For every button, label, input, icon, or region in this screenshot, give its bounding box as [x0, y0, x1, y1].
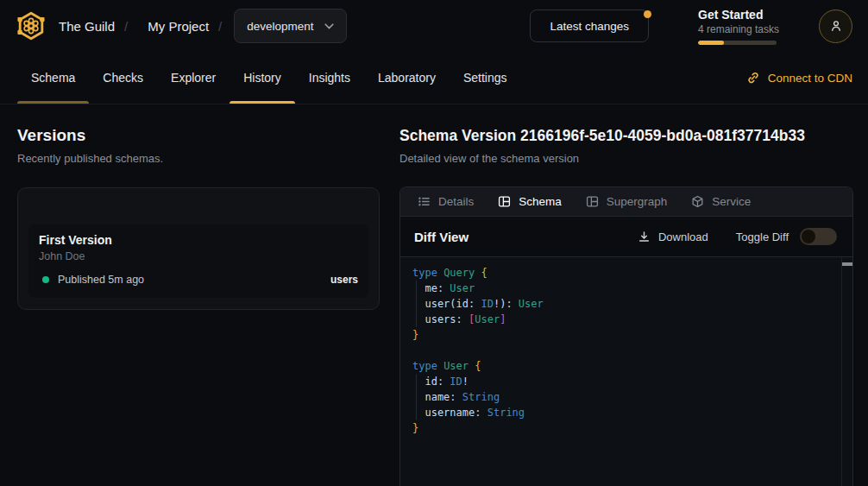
- get-started-widget[interactable]: Get Started 4 remaining tasks: [698, 8, 777, 45]
- version-service-badge: users: [330, 274, 358, 286]
- hive-logo-icon[interactable]: [14, 9, 48, 43]
- list-icon: [418, 195, 431, 208]
- get-started-progress-fill: [698, 41, 724, 45]
- primary-nav-tabs: SchemaChecksExplorerHistoryInsightsLabor…: [17, 52, 521, 104]
- diff-view-title: Diff View: [414, 230, 469, 244]
- version-meta-row: Published 5m agousers: [39, 274, 358, 286]
- schema-version-subtitle: Detailed view of the schema version: [399, 152, 853, 165]
- notification-dot: [644, 10, 651, 18]
- tab-settings[interactable]: Settings: [450, 52, 521, 104]
- main-content: Versions Recently published schemas. Fir…: [0, 104, 868, 486]
- primary-navbar: SchemaChecksExplorerHistoryInsightsLabor…: [0, 52, 868, 104]
- schema-code-viewer[interactable]: type Query { me: User user(id: ID!): Use…: [400, 257, 852, 486]
- download-icon: [638, 230, 651, 243]
- detail-tab-schema[interactable]: Schema: [498, 195, 562, 208]
- connect-to-cdn-button[interactable]: Connect to CDN: [746, 71, 852, 85]
- toggle-diff-switch[interactable]: [800, 228, 837, 245]
- versions-list: First VersionJohn DoePublished 5m agouse…: [28, 224, 368, 298]
- detail-tab-service[interactable]: Service: [691, 195, 751, 208]
- detail-tab-supergraph[interactable]: Supergraph: [586, 195, 668, 208]
- code-line: }: [412, 420, 830, 436]
- columns-icon: [498, 195, 511, 208]
- version-status: Published 5m ago: [58, 274, 144, 286]
- breadcrumb-separator: /: [124, 19, 128, 34]
- versions-title: Versions: [17, 126, 380, 145]
- version-author: John Doe: [39, 250, 358, 262]
- versions-subtitle: Recently published schemas.: [17, 152, 380, 165]
- code-line: username: String: [412, 405, 830, 420]
- target-selector-value: development: [247, 20, 313, 33]
- get-started-subtitle: 4 remaining tasks: [698, 23, 777, 35]
- tab-checks[interactable]: Checks: [89, 52, 157, 104]
- version-card[interactable]: First VersionJohn DoePublished 5m agouse…: [28, 224, 368, 298]
- download-label: Download: [658, 230, 708, 243]
- connect-to-cdn-label: Connect to CDN: [768, 72, 852, 85]
- versions-list-card: First VersionJohn DoePublished 5m agouse…: [17, 187, 380, 310]
- tab-insights[interactable]: Insights: [295, 52, 364, 104]
- published-status-dot: [42, 276, 49, 283]
- code-line: me: User: [412, 281, 830, 296]
- toggle-diff-label: Toggle Diff: [736, 230, 789, 243]
- breadcrumb-separator: /: [218, 19, 222, 34]
- graphql-sdl-code: type Query { me: User user(id: ID!): Use…: [400, 257, 852, 444]
- versions-panel: Versions Recently published schemas. Fir…: [17, 126, 380, 486]
- link-icon: [746, 71, 760, 85]
- breadcrumb-org[interactable]: The Guild: [59, 19, 115, 34]
- detail-tabstrip: DetailsSchemaSupergraphService: [400, 187, 852, 217]
- diff-toolbar: Diff View Download Toggle Diff: [400, 217, 852, 257]
- detail-tab-label: Schema: [519, 195, 562, 208]
- tab-active-indicator: [17, 101, 89, 104]
- tab-explorer[interactable]: Explorer: [157, 52, 230, 104]
- code-line: }: [412, 327, 830, 343]
- indent-guide: [416, 281, 417, 327]
- version-name: First Version: [39, 233, 358, 247]
- code-line: user(id: ID!): User: [412, 296, 830, 312]
- code-line: users: [User]: [412, 312, 830, 327]
- tab-active-indicator: [230, 101, 295, 104]
- get-started-progress-bar: [698, 41, 777, 45]
- target-selector-dropdown[interactable]: development: [234, 9, 346, 43]
- code-scrollbar[interactable]: [841, 257, 852, 486]
- code-line: type User {: [412, 358, 830, 374]
- breadcrumb-project[interactable]: My Project: [148, 19, 209, 34]
- switch-knob: [802, 230, 815, 243]
- user-avatar[interactable]: [819, 9, 852, 43]
- indent-guide: [416, 374, 417, 420]
- schema-detail-card: DetailsSchemaSupergraphService Diff View…: [399, 186, 853, 486]
- latest-changes-button[interactable]: Latest changes: [530, 9, 649, 42]
- detail-tab-label: Supergraph: [607, 195, 668, 208]
- code-line: name: String: [412, 389, 830, 405]
- code-line: [412, 343, 830, 358]
- chevron-down-icon: [324, 23, 334, 29]
- code-line: id: ID!: [412, 374, 830, 389]
- app-header: The Guild / My Project / development Lat…: [0, 0, 868, 52]
- cube-icon: [691, 195, 704, 208]
- tab-laboratory[interactable]: Laboratory: [364, 52, 450, 104]
- get-started-title: Get Started: [698, 8, 777, 22]
- schema-version-title: Schema Version 2166196f-5e10-4059-bd0a-0…: [399, 126, 853, 145]
- code-scrollbar-thumb[interactable]: [842, 262, 852, 266]
- detail-tab-details[interactable]: Details: [418, 195, 474, 208]
- tab-history[interactable]: History: [230, 52, 295, 104]
- code-line: type Query {: [412, 265, 830, 281]
- detail-tab-label: Service: [712, 195, 751, 208]
- tab-schema[interactable]: Schema: [17, 52, 89, 104]
- user-icon: [828, 18, 844, 34]
- schema-version-panel: Schema Version 2166196f-5e10-4059-bd0a-0…: [399, 126, 853, 486]
- columns-icon: [586, 195, 599, 208]
- detail-tab-label: Details: [438, 195, 474, 208]
- download-button[interactable]: Download: [638, 230, 708, 243]
